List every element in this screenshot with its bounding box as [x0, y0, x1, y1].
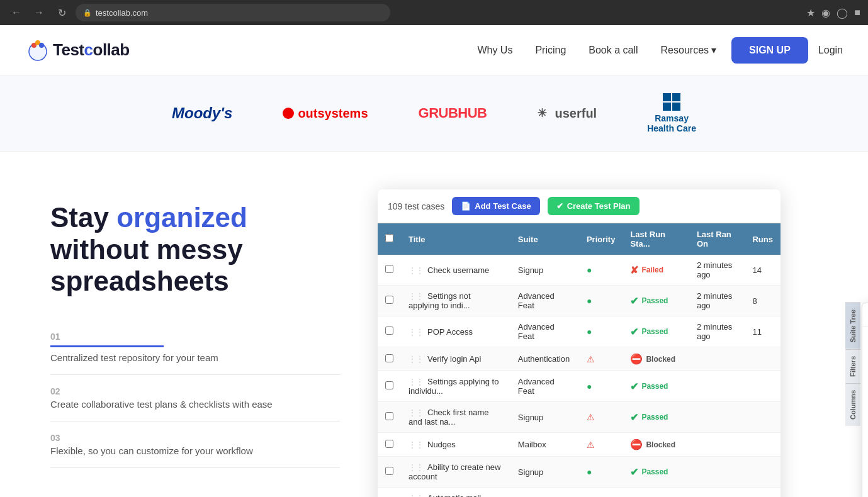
main-section: Stay organized without messy spreadsheet…: [0, 152, 868, 497]
cell-status: ✔ Passed: [623, 457, 689, 488]
star-icon[interactable]: ★: [806, 7, 815, 19]
url-bar[interactable]: 🔒 testcollab.com: [76, 4, 390, 21]
site-header: Testcollab Why Us Pricing Book a call Re…: [0, 25, 868, 75]
cell-suite: Mailbox: [510, 433, 579, 457]
test-cases-table: Title Suite Priority Last Run Sta... Las…: [378, 223, 781, 497]
dropdown-item[interactable]: 📄General Settings: [862, 389, 868, 405]
select-all-checkbox[interactable]: [385, 234, 393, 242]
cell-runs: 11: [745, 316, 781, 347]
cell-checkbox: [378, 402, 401, 433]
plus-circle-icon: ✔: [556, 201, 563, 211]
col-suite: Suite: [510, 223, 579, 255]
right-panel: 109 test cases 📄 Add Test Case ✔ Create …: [378, 189, 843, 497]
profile-icon[interactable]: ◯: [837, 7, 848, 19]
cell-priority: ●: [579, 286, 623, 316]
dropdown-header: Select Suite: ⚙ + 🔍: [862, 308, 868, 327]
dropdown-item[interactable]: 📄Accounts: [862, 493, 868, 497]
row-checkbox-5[interactable]: [385, 412, 393, 420]
browser-icons: ★ ◉ ◯ ■: [806, 7, 860, 19]
cell-status: ✔ Passed: [623, 402, 689, 433]
add-test-button[interactable]: 📄 Add Test Case: [452, 197, 539, 215]
cell-last-ran: [689, 347, 745, 371]
col-last-ran-on: Last Ran On: [689, 223, 745, 255]
cell-title: ⋮⋮Settings not applying to indi...: [401, 286, 510, 316]
row-checkbox-3[interactable]: [385, 354, 393, 362]
cell-last-ran: [689, 457, 745, 488]
signup-button[interactable]: SIGN UP: [731, 37, 808, 64]
suite-tree-tab[interactable]: Suite Tree: [845, 303, 860, 349]
ramsay-logo: Ramsay Health Care: [647, 93, 696, 133]
cell-checkbox: [378, 286, 401, 316]
step-line: [50, 345, 164, 347]
nav-actions: SIGN UP Login: [731, 37, 843, 64]
dropdown-item[interactable]: 📄Authentication: [862, 358, 868, 374]
logo[interactable]: Testcollab: [25, 38, 130, 63]
table-header-bar: 109 test cases 📄 Add Test Case ✔ Create …: [378, 189, 781, 223]
step-number: 01: [50, 332, 340, 342]
row-checkbox-2[interactable]: [385, 327, 393, 335]
back-button[interactable]: ←: [8, 4, 25, 21]
cell-checkbox: [378, 255, 401, 286]
row-checkbox-4[interactable]: [385, 381, 393, 389]
col-priority: Priority: [579, 223, 623, 255]
cell-status: ✔ Passed: [623, 286, 689, 316]
table-row: ⋮⋮Automatic mail forwarding Accounts ⚠ ✔…: [378, 488, 781, 498]
cell-status: ✔ Passed: [623, 371, 689, 402]
row-checkbox-0[interactable]: [385, 265, 393, 273]
nav-book-call[interactable]: Book a call: [589, 45, 638, 56]
row-checkbox-6[interactable]: [385, 440, 393, 448]
cell-last-ran: 2 minutes ago: [689, 316, 745, 347]
drag-handle-icon: ⋮⋮: [409, 463, 424, 472]
cell-title: ⋮⋮POP Access: [401, 316, 510, 347]
step-text: Flexible, so you can customize for your …: [50, 445, 340, 456]
nav-resources[interactable]: Resources ▾: [661, 44, 716, 56]
cell-checkbox: [378, 433, 401, 457]
columns-tab[interactable]: Columns: [845, 383, 860, 426]
suite-dropdown: Select Suite: ⚙ + 🔍 All📄Signup📄Authentic…: [862, 303, 868, 497]
cell-last-ran: [689, 488, 745, 498]
dropdown-item[interactable]: 📄Signature: [862, 405, 868, 421]
main-nav: Why Us Pricing Book a call Resources ▾: [477, 44, 716, 56]
cell-title: ⋮⋮Check first name and last na...: [401, 402, 510, 433]
puzzle-icon[interactable]: ■: [854, 7, 860, 18]
login-button[interactable]: Login: [818, 45, 843, 56]
nav-why-us[interactable]: Why Us: [477, 45, 512, 56]
cell-checkbox: [378, 316, 401, 347]
left-content: Stay organized without messy spreadsheet…: [50, 189, 340, 468]
row-checkbox-7[interactable]: [385, 467, 393, 475]
nav-pricing[interactable]: Pricing: [535, 45, 566, 56]
cell-suite: Advanced Feat: [510, 316, 579, 347]
cell-title: ⋮⋮Nudges: [401, 433, 510, 457]
dropdown-item[interactable]: 📄Labels: [862, 462, 868, 477]
dropdown-item[interactable]: 📄Signup: [862, 342, 868, 358]
col-title: Title: [401, 223, 510, 255]
dropdown-item[interactable]: 📄Out of office: [862, 421, 868, 437]
cell-runs: [745, 347, 781, 371]
cell-suite: Advanced Feat: [510, 286, 579, 316]
table-row: ⋮⋮Verify login Api Authentication ⚠ ⛔ Bl…: [378, 347, 781, 371]
cell-title: ⋮⋮Verify login Api: [401, 347, 510, 371]
row-checkbox-1[interactable]: [385, 296, 393, 304]
logo-icon: [25, 38, 50, 63]
dropdown-item[interactable]: 📄Forwarding and POP/IMAP: [862, 437, 868, 462]
filters-tab[interactable]: Filters: [845, 349, 860, 383]
file-icon: 📄: [461, 201, 471, 211]
chevron-down-icon: ▾: [711, 44, 716, 56]
forward-button[interactable]: →: [30, 4, 48, 21]
cell-last-ran: [689, 371, 745, 402]
reload-button[interactable]: ↻: [53, 4, 70, 21]
extension-icon[interactable]: ◉: [821, 7, 830, 19]
cell-checkbox: [378, 457, 401, 488]
cell-runs: [745, 402, 781, 433]
ramsay-grid-icon: [663, 93, 680, 111]
table-row: ⋮⋮Ability to create new account Signup ●…: [378, 457, 781, 488]
dropdown-item[interactable]: 📄Settings: [862, 374, 868, 389]
col-checkbox: [378, 223, 401, 255]
create-plan-button[interactable]: ✔ Create Test Plan: [548, 197, 640, 215]
cell-title: ⋮⋮Check username: [401, 255, 510, 286]
table-row: ⋮⋮Nudges Mailbox ⚠ ⛔ Blocked: [378, 433, 781, 457]
dropdown-item[interactable]: All: [862, 327, 868, 342]
cell-runs: 8: [745, 286, 781, 316]
dropdown-item[interactable]: 📄Inbox: [862, 477, 868, 493]
col-runs: Runs: [745, 223, 781, 255]
